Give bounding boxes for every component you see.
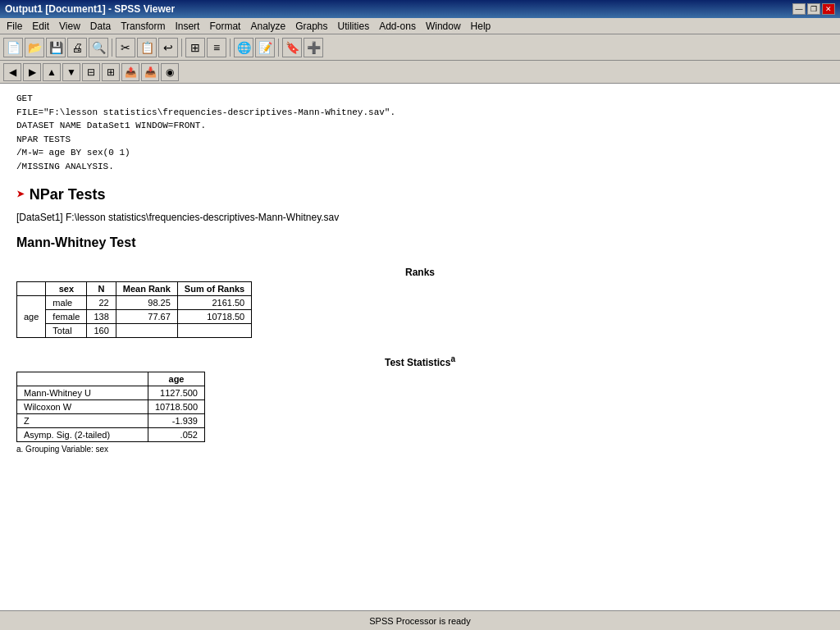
nav-show-output[interactable]: 📤 (121, 63, 139, 81)
dataset-label: [DataSet1] F:\lesson statistics\frequenc… (16, 212, 824, 223)
nav-up[interactable]: ▲ (43, 63, 61, 81)
stats-col-label (17, 372, 148, 386)
title-bar: Output1 [Document1] - SPSS Viewer — ❐ ✕ (0, 0, 840, 18)
separator3 (230, 39, 231, 57)
nav-forward[interactable]: ▶ (23, 63, 41, 81)
window-controls: — ❐ ✕ (792, 3, 835, 15)
test-title: Mann-Whitney Test (16, 235, 824, 250)
npar-tests-heading: ➤ NPar Tests (16, 185, 824, 203)
save-button[interactable]: 💾 (46, 38, 66, 57)
main-area: GET FILE="F:\lesson statistics\frequenci… (0, 84, 840, 610)
separator4 (278, 39, 279, 57)
menu-transform[interactable]: Transform (116, 19, 170, 34)
stats-table-caption: Test Statisticsa (16, 354, 824, 368)
print-preview-button[interactable]: 🔍 (89, 38, 108, 57)
print-button[interactable]: 🖨 (67, 38, 87, 57)
menu-analyze[interactable]: Analyze (245, 19, 290, 34)
stats-row-z-value: -1.939 (148, 414, 205, 428)
table-row: age male 22 98.25 2161.50 (17, 296, 252, 310)
goto-button[interactable]: ⊞ (185, 38, 205, 57)
stats-footnote: a. Grouping Variable: sex (16, 445, 824, 454)
window-title: Output1 [Document1] - SPSS Viewer (5, 3, 175, 15)
ranks-mean-total (116, 324, 177, 338)
nav-collapse[interactable]: ⊟ (82, 63, 100, 81)
new-file-button[interactable]: 📄 (3, 38, 23, 57)
stats-table-container: Test Statisticsa age Mann-Whitney U 1127… (16, 354, 824, 454)
menu-addons[interactable]: Add-ons (374, 19, 421, 34)
stats-row-sig-value: .052 (148, 428, 205, 442)
stats-row-w-value: 10718.500 (148, 400, 205, 414)
nav-designate[interactable]: ◉ (161, 63, 179, 81)
ranks-col-rowlabel (17, 282, 46, 296)
close-button[interactable]: ✕ (822, 3, 835, 15)
ranks-sum-female: 10718.50 (177, 310, 251, 324)
syntax-line4: NPAR TESTS (16, 133, 824, 147)
ranks-n-female: 138 (87, 310, 116, 324)
menu-data[interactable]: Data (85, 19, 116, 34)
section-arrow-icon: ➤ (16, 185, 25, 203)
menu-bar: File Edit View Data Transform Insert For… (0, 18, 840, 34)
bookmark-button[interactable]: 🔖 (282, 38, 302, 57)
ranks-n-total: 160 (87, 324, 116, 338)
separator1 (112, 39, 112, 57)
ranks-sex-male: male (46, 296, 87, 310)
stats-row-sig-label: Asymp. Sig. (2-tailed) (17, 428, 148, 442)
ranks-col-n: N (87, 282, 116, 296)
variables-button[interactable]: ≡ (207, 38, 226, 57)
stats-table: age Mann-Whitney U 1127.500 Wilcoxon W 1… (16, 372, 205, 442)
open-button[interactable]: 📂 (25, 38, 44, 57)
separator2 (181, 39, 182, 57)
ranks-n-male: 22 (87, 296, 116, 310)
scripts-button[interactable]: 📝 (255, 38, 275, 57)
restore-button[interactable]: ❐ (807, 3, 820, 15)
menu-edit[interactable]: Edit (27, 19, 54, 34)
stats-row-z-label: Z (17, 414, 148, 428)
ranks-mean-male: 98.25 (116, 296, 177, 310)
stats-row-mwu-value: 1127.500 (148, 386, 205, 400)
minimize-button[interactable]: — (792, 3, 806, 15)
section-title: NPar Tests (30, 186, 106, 203)
syntax-line6: /MISSING ANALYSIS. (16, 160, 824, 174)
web-button[interactable]: 🌐 (234, 38, 253, 57)
ranks-table-caption: Ranks (16, 267, 824, 278)
menu-file[interactable]: File (2, 19, 27, 34)
ranks-table-container: Ranks sex N Mean Rank Sum of Ranks age m… (16, 267, 824, 338)
ranks-row-label: age (17, 296, 46, 338)
table-row: Asymp. Sig. (2-tailed) .052 (17, 428, 205, 442)
ranks-sex-total: Total (46, 324, 87, 338)
stats-row-w-label: Wilcoxon W (17, 400, 148, 414)
help-icon-button[interactable]: ➕ (304, 38, 323, 57)
menu-graphs[interactable]: Graphs (290, 19, 332, 34)
nav-down[interactable]: ▼ (62, 63, 80, 81)
nav-expand[interactable]: ⊞ (102, 63, 120, 81)
table-row: Z -1.939 (17, 414, 205, 428)
syntax-block: GET FILE="F:\lesson statistics\frequenci… (16, 92, 824, 173)
main-toolbar: 📄 📂 💾 🖨 🔍 ✂ 📋 ↩ ⊞ ≡ 🌐 📝 🔖 ➕ (0, 34, 840, 61)
stats-row-mwu-label: Mann-Whitney U (17, 386, 148, 400)
ranks-col-sum-ranks: Sum of Ranks (177, 282, 251, 296)
table-row: Total 160 (17, 324, 252, 338)
menu-utilities[interactable]: Utilities (333, 19, 375, 34)
content-panel: GET FILE="F:\lesson statistics\frequenci… (0, 84, 840, 610)
syntax-line2: FILE="F:\lesson statistics\frequencies-d… (16, 106, 824, 120)
menu-format[interactable]: Format (204, 19, 245, 34)
ranks-sum-total (177, 324, 251, 338)
undo-button[interactable]: ↩ (158, 38, 178, 57)
cut-button[interactable]: ✂ (116, 38, 135, 57)
nav-toolbar: ◀ ▶ ▲ ▼ ⊟ ⊞ 📤 📥 ◉ (0, 61, 840, 84)
ranks-col-sex: sex (46, 282, 87, 296)
table-row: Mann-Whitney U 1127.500 (17, 386, 205, 400)
menu-window[interactable]: Window (421, 19, 466, 34)
ranks-sum-male: 2161.50 (177, 296, 251, 310)
table-row: Wilcoxon W 10718.500 (17, 400, 205, 414)
nav-hide-output[interactable]: 📥 (141, 63, 159, 81)
menu-view[interactable]: View (54, 19, 85, 34)
syntax-line5: /M-W= age BY sex(0 1) (16, 146, 824, 160)
ranks-mean-female: 77.67 (116, 310, 177, 324)
menu-insert[interactable]: Insert (170, 19, 204, 34)
ranks-col-mean-rank: Mean Rank (116, 282, 177, 296)
menu-help[interactable]: Help (466, 19, 496, 34)
syntax-line3: DATASET NAME DataSet1 WINDOW=FRONT. (16, 119, 824, 133)
copy-button[interactable]: 📋 (137, 38, 157, 57)
nav-back[interactable]: ◀ (3, 63, 21, 81)
